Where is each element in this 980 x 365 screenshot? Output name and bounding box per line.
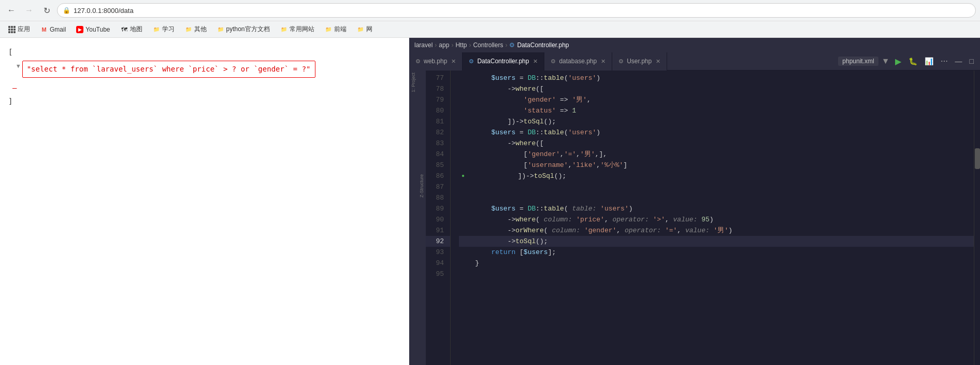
bookmark-gmail[interactable]: M Gmail xyxy=(36,23,70,36)
back-button[interactable]: ← xyxy=(4,3,19,18)
token: DB xyxy=(528,203,536,214)
close-database-php[interactable]: ✕ xyxy=(601,58,606,65)
token: => xyxy=(556,105,572,116)
code-line-80: 'status' => 1 xyxy=(459,105,974,116)
collapse-indicator: — xyxy=(12,82,401,93)
apps-icon xyxy=(8,26,16,33)
more-button[interactable]: ⋯ xyxy=(939,56,950,66)
code-line-91: ->orWhere( column: 'gender', operator: '… xyxy=(459,225,974,236)
bookmarks-bar: 应用 M Gmail ▶ YouTube 🗺 地图 📁 学习 📁 其他 📁 py… xyxy=(0,21,980,37)
line-num-81: 81 xyxy=(426,116,450,127)
token: ])-> xyxy=(508,116,524,127)
ide-tabs: ⚙ web.php ✕ ⚙ DataController.php ✕ ⚙ dat… xyxy=(409,52,980,71)
tab-database-php-label: database.php xyxy=(559,58,597,65)
tab-web-php[interactable]: ⚙ web.php ✕ xyxy=(409,52,463,71)
gutter-icon-86: ● xyxy=(459,171,467,181)
line-num-87: 87 xyxy=(426,181,450,192)
token xyxy=(661,225,665,236)
open-bracket: [ xyxy=(8,48,12,56)
side-panel: 1: Project xyxy=(409,71,417,365)
restore-button[interactable]: □ xyxy=(968,56,976,66)
ide-breadcrumb: laravel › app › Http › Controllers › ⚙ D… xyxy=(409,38,980,52)
token: '男' xyxy=(580,149,595,160)
token xyxy=(580,225,584,236)
line-num-83: 83 xyxy=(426,138,450,149)
token: -> xyxy=(508,225,516,236)
bookmark-common[interactable]: 📁 常用网站 xyxy=(276,23,319,36)
bookmark-python[interactable]: 📁 python官方文档 xyxy=(213,23,274,36)
token: -> xyxy=(508,138,516,149)
scrollbar-thumb[interactable] xyxy=(975,148,980,169)
web-icon: 📁 xyxy=(357,26,364,33)
datacontroller-icon: ⚙ xyxy=(469,58,474,65)
web-php-icon: ⚙ xyxy=(415,58,421,65)
token xyxy=(459,83,508,94)
token: 95 xyxy=(701,214,710,225)
token: table xyxy=(544,127,564,138)
token: operator: xyxy=(625,225,661,236)
structure-label: Z-Structure xyxy=(419,174,424,198)
token: ])-> xyxy=(518,171,534,181)
refresh-button[interactable]: ↻ xyxy=(39,3,54,18)
tab-datacontroller[interactable]: ⚙ DataController.php ✕ xyxy=(463,52,544,71)
close-web-php[interactable]: ✕ xyxy=(451,58,456,65)
token: , xyxy=(568,160,572,171)
close-datacontroller[interactable]: ✕ xyxy=(533,58,538,65)
minimize-button[interactable]: — xyxy=(953,56,964,66)
token: toSql xyxy=(524,116,544,127)
token: ]; xyxy=(548,247,556,258)
bookmark-maps-label: 地图 xyxy=(130,25,142,34)
json-string-value: "select * from `laravel_users` where `pr… xyxy=(22,61,315,77)
bookmark-maps[interactable]: 🗺 地图 xyxy=(117,23,147,36)
token xyxy=(459,73,491,83)
address-bar[interactable]: 🔒 127.0.0.1:8000/data xyxy=(57,3,976,18)
config-dropdown-icon: ▼ xyxy=(882,57,890,66)
forward-button[interactable]: → xyxy=(22,3,36,18)
token: where xyxy=(515,138,536,149)
code-line-92: ->toSql(); xyxy=(459,236,974,247)
token: , xyxy=(677,225,685,236)
token: where xyxy=(515,83,536,94)
token: 'gender' xyxy=(524,94,556,105)
tab-user-php-label: User.php xyxy=(627,58,652,65)
main-area: [ ▼ "select * from `laravel_users` where… xyxy=(0,38,980,365)
tab-database-php[interactable]: ⚙ database.php ✕ xyxy=(544,52,612,71)
run-button[interactable]: ▶ xyxy=(893,55,903,67)
debug-button[interactable]: 🐛 xyxy=(906,56,919,66)
bookmark-other[interactable]: 📁 其他 xyxy=(181,23,211,36)
breadcrumb-app: app xyxy=(439,41,449,49)
bookmark-web[interactable]: 📁 网 xyxy=(353,23,377,36)
code-line-78: ->where([ xyxy=(459,83,974,94)
token: 1 xyxy=(572,105,576,116)
phpunit-config[interactable]: phpunit.xml xyxy=(838,57,878,66)
token: value: xyxy=(673,214,698,225)
token xyxy=(459,105,524,116)
token xyxy=(459,203,491,214)
breadcrumb-controllers: Controllers xyxy=(473,41,503,49)
token xyxy=(459,236,508,247)
tab-user-php[interactable]: ⚙ User.php ✕ xyxy=(612,52,667,71)
nav-bar: ← → ↻ 🔒 127.0.0.1:8000/data xyxy=(0,0,980,21)
token: '男' xyxy=(714,225,729,236)
token: ) xyxy=(596,127,600,138)
coverage-button[interactable]: 📊 xyxy=(923,56,935,66)
frontend-icon: 📁 xyxy=(325,26,332,33)
close-user-php[interactable]: ✕ xyxy=(656,58,660,65)
bookmark-frontend[interactable]: 📁 前端 xyxy=(321,23,351,36)
code-content[interactable]: $users = DB::table('users') ->where([ 'g… xyxy=(451,71,974,365)
token: ) xyxy=(710,214,714,225)
token: 'users' xyxy=(600,203,629,214)
token: -> xyxy=(508,236,516,247)
line-numbers: 77787980818283848586878889909192939495 xyxy=(426,71,451,365)
bookmark-youtube[interactable]: ▶ YouTube xyxy=(72,23,114,36)
bookmark-youtube-label: YouTube xyxy=(85,26,110,33)
token: 'price' xyxy=(576,214,604,225)
python-icon: 📁 xyxy=(217,26,224,33)
code-line-82: $users = DB::table('users') xyxy=(459,127,974,138)
other-icon: 📁 xyxy=(185,26,192,33)
token: ) xyxy=(596,73,600,83)
line-num-80: 80 xyxy=(426,105,450,116)
line-num-78: 78 xyxy=(426,83,450,94)
bookmark-study[interactable]: 📁 学习 xyxy=(149,23,179,36)
bookmarks-apps[interactable]: 应用 xyxy=(4,23,34,36)
